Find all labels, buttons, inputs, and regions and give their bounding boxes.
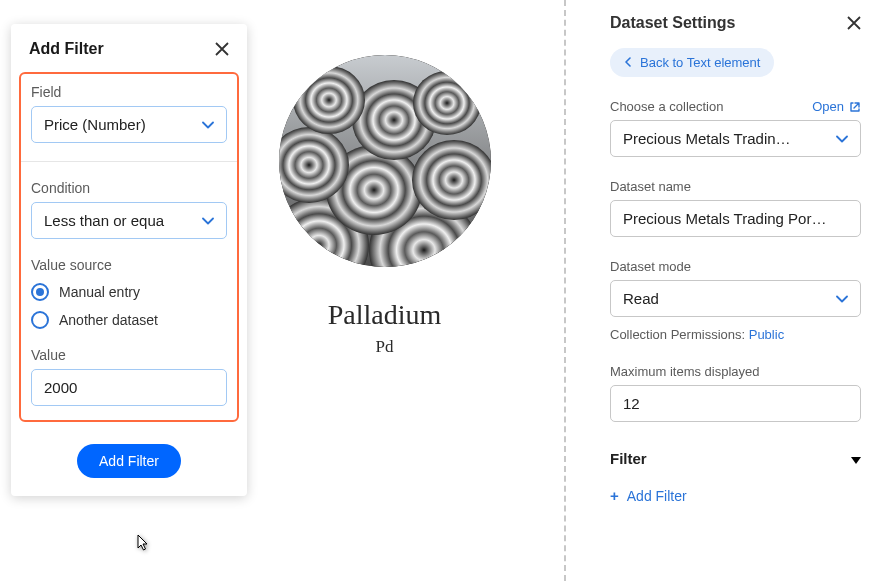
chevron-left-icon [624, 57, 632, 69]
radio-manual-label: Manual entry [59, 284, 140, 300]
close-icon[interactable] [847, 16, 861, 30]
condition-label: Condition [31, 180, 227, 196]
permissions-line: Collection Permissions: Public [610, 327, 861, 342]
filter-heading-label: Filter [610, 450, 647, 467]
add-filter-panel: Add Filter Field Price (Number) Conditio… [11, 24, 247, 496]
dataset-name-label: Dataset name [610, 179, 861, 194]
add-filter-title: Add Filter [29, 40, 104, 58]
add-filter-link[interactable]: + Add Filter [610, 487, 687, 504]
condition-value: Less than or equa [44, 212, 164, 229]
max-items-input[interactable]: 12 [610, 385, 861, 422]
dataset-name-input[interactable]: Precious Metals Trading Por… [610, 200, 861, 237]
value-label: Value [31, 347, 227, 363]
collection-select[interactable]: Precious Metals Tradin… [610, 120, 861, 157]
value-input-text: 2000 [44, 379, 77, 396]
radio-manual-entry[interactable]: Manual entry [31, 283, 227, 301]
item-card: Palladium Pd [267, 55, 502, 357]
value-input[interactable]: 2000 [31, 369, 227, 406]
radio-another-dataset[interactable]: Another dataset [31, 311, 227, 329]
item-symbol: Pd [267, 337, 502, 357]
add-filter-header: Add Filter [11, 24, 247, 72]
open-collection-link[interactable]: Open [812, 99, 861, 114]
settings-header: Dataset Settings [610, 14, 861, 32]
cursor-icon [135, 534, 151, 555]
max-items-value: 12 [623, 395, 640, 412]
plus-icon: + [610, 487, 619, 504]
chevron-down-icon [202, 119, 214, 131]
condition-select[interactable]: Less than or equa [31, 202, 227, 239]
back-to-text-element[interactable]: Back to Text element [610, 48, 774, 77]
dataset-mode-select[interactable]: Read [610, 280, 861, 317]
max-items-label: Maximum items displayed [610, 364, 861, 379]
divider [21, 161, 237, 162]
filter-highlight-box: Field Price (Number) Condition Less than… [19, 72, 239, 422]
field-value: Price (Number) [44, 116, 146, 133]
dataset-settings-panel: Dataset Settings Back to Text element Ch… [590, 0, 881, 581]
permissions-label: Collection Permissions: [610, 327, 749, 342]
collection-label-row: Choose a collection Open [610, 99, 861, 114]
value-source-label: Value source [31, 257, 227, 273]
radio-another-label: Another dataset [59, 312, 158, 328]
item-image [279, 55, 491, 267]
collection-label: Choose a collection [610, 99, 723, 114]
back-label: Back to Text element [640, 55, 760, 70]
caret-down-icon [851, 450, 861, 467]
vertical-divider [564, 0, 566, 581]
filter-section-header[interactable]: Filter [610, 450, 861, 473]
external-link-icon [849, 101, 861, 113]
chevron-down-icon [836, 293, 848, 305]
add-filter-link-label: Add Filter [627, 488, 687, 504]
radio-unchecked-icon [31, 311, 49, 329]
chevron-down-icon [202, 215, 214, 227]
field-select[interactable]: Price (Number) [31, 106, 227, 143]
dataset-mode-value: Read [623, 290, 659, 307]
open-label: Open [812, 99, 844, 114]
close-icon[interactable] [215, 42, 229, 56]
item-name: Palladium [267, 299, 502, 331]
chevron-down-icon [836, 133, 848, 145]
radio-checked-icon [31, 283, 49, 301]
dataset-mode-label: Dataset mode [610, 259, 861, 274]
svg-point-9 [413, 71, 481, 135]
dataset-name-value: Precious Metals Trading Por… [623, 210, 826, 227]
add-filter-button[interactable]: Add Filter [77, 444, 181, 478]
permissions-link[interactable]: Public [749, 327, 784, 342]
field-label: Field [31, 84, 227, 100]
collection-value: Precious Metals Tradin… [623, 130, 791, 147]
settings-title: Dataset Settings [610, 14, 735, 32]
svg-point-8 [293, 66, 365, 134]
